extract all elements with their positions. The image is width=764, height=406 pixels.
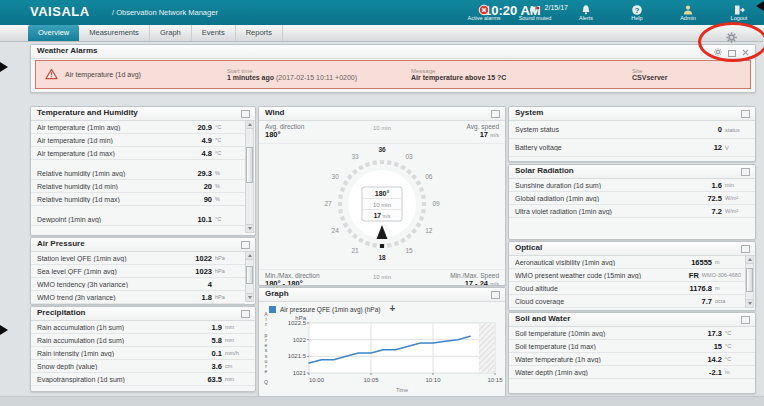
system-rows: System status0statusBattery voltage12V [509, 121, 755, 157]
tabs: Overview Measurements Graph Events Repor… [28, 25, 283, 41]
help-button[interactable]: ? Help [618, 2, 656, 21]
tab-reports[interactable]: Reports [236, 25, 283, 41]
help-label: Help [631, 15, 642, 21]
scroll-down-icon[interactable] [746, 299, 753, 307]
wind-period: 10 min [351, 125, 413, 131]
svg-text:30: 30 [332, 173, 340, 180]
stat-unit: mm [225, 337, 251, 343]
scrollbar[interactable] [745, 255, 754, 308]
alarm-start-time-detail: (2017-02-15 10:11 +0200) [274, 74, 357, 81]
scrollbar[interactable] [245, 120, 254, 233]
stat-value: 10.1 [197, 215, 212, 224]
stat-value: 90 [204, 195, 212, 204]
stat-value: 14.2 [707, 355, 722, 364]
collapse-icon[interactable] [241, 241, 250, 249]
scrollbar[interactable] [245, 251, 254, 302]
stat-unit: WMO-306-4680 [702, 272, 741, 278]
air-pressure-rows: Station level QFE (1min avg)1022hPaSea l… [31, 252, 245, 304]
scroll-thumb[interactable] [246, 147, 253, 183]
active-alarms-button[interactable]: Active alarms [465, 2, 503, 21]
stat-label: Station level QFE (1min avg) [37, 255, 195, 262]
row-spacer [31, 160, 245, 167]
stat-row: WMO trend (3h variance)1.8hPa [31, 291, 245, 304]
bottom-scroll-strip[interactable] [0, 396, 764, 406]
stat-row: Cloud coverage7.7octa [509, 295, 745, 308]
logout-button[interactable]: Logout [720, 2, 758, 21]
wind-compass: 360306091215182124273033180°10 min17 m/s [259, 144, 505, 269]
sound-muted-icon [529, 2, 541, 14]
stat-label: Water depth (1min avg) [515, 369, 709, 376]
row-spacer [31, 206, 245, 213]
scroll-up-icon[interactable] [246, 121, 253, 129]
stat-unit: °C [215, 150, 241, 156]
svg-text:hPa: hPa [295, 315, 306, 321]
collapse-icon[interactable] [741, 168, 750, 176]
scroll-up-icon[interactable] [746, 256, 753, 264]
collapse-icon[interactable] [491, 110, 500, 118]
collapse-icon[interactable] [741, 316, 750, 324]
stat-label: Cloud coverage [515, 298, 702, 305]
precipitation-rows: Rain accumulation (1h sum)1.9mmRain accu… [31, 321, 255, 386]
tab-graph[interactable]: Graph [150, 25, 192, 41]
svg-text:1022: 1022 [293, 337, 307, 343]
minmax-direction-value: 180° - 180° [265, 279, 351, 286]
tab-events[interactable]: Events [192, 25, 236, 41]
wind-panel: Wind Avg. direction180° 10 min Avg. spee… [258, 106, 506, 286]
stat-label: WMO tendency (3h variance) [37, 281, 208, 288]
stat-value: 7.7 [702, 297, 712, 306]
panel-close-icon[interactable] [742, 49, 749, 58]
active-alarms-label: Active alarms [467, 15, 500, 21]
svg-text:10:10: 10:10 [425, 377, 441, 383]
scroll-down-icon[interactable] [246, 224, 253, 232]
app-window: VAISALA / Observation Network Manager 10… [0, 0, 764, 406]
stat-value: 1023 [195, 267, 212, 276]
stat-label: Battery voltage [515, 144, 714, 151]
collapse-icon[interactable] [741, 245, 750, 253]
panel-title: Soil and Water [515, 314, 570, 323]
panel-gear-icon[interactable] [714, 48, 722, 58]
sound-muted-button[interactable]: Sound muted [516, 2, 554, 21]
stat-row: System status0status [509, 121, 755, 139]
admin-button[interactable]: Admin [669, 2, 707, 21]
stat-value: 4.9 [202, 136, 212, 145]
collapse-icon[interactable] [741, 110, 750, 118]
scroll-thumb[interactable] [246, 266, 253, 284]
stat-unit: W/m² [725, 208, 751, 214]
stat-label: Sea level QFF (1min avg) [37, 268, 195, 275]
optical-panel: Optical Aeronautical visibility (1min av… [508, 241, 756, 311]
svg-text:Time: Time [396, 387, 408, 393]
scroll-up-icon[interactable] [246, 252, 253, 260]
scroll-thumb[interactable] [746, 268, 753, 292]
stat-value: 1.9 [212, 323, 222, 332]
svg-text:21: 21 [351, 247, 359, 254]
stat-row: Global radiation (1min avg)72.5W/m² [509, 192, 755, 205]
scroll-down-icon[interactable] [246, 293, 253, 301]
tab-overview[interactable]: Overview [28, 25, 79, 41]
svg-text:24: 24 [332, 227, 340, 234]
stat-label: Air temperature (1d min) [37, 137, 202, 144]
stat-unit: status [725, 127, 751, 133]
stat-label: Relative humidity (1d max) [37, 196, 204, 203]
stat-unit: hPa [215, 294, 241, 300]
minmax-speed-label: Min./Max. Speed [413, 272, 499, 279]
annotation-arrow-left-top [0, 62, 8, 72]
logout-label: Logout [731, 15, 748, 21]
admin-label: Admin [680, 15, 696, 21]
tabbar: Overview Measurements Graph Events Repor… [0, 25, 764, 42]
stat-value: 1.8 [202, 293, 212, 302]
tab-measurements[interactable]: Measurements [79, 25, 150, 41]
svg-text:1021: 1021 [293, 370, 307, 376]
alarm-row[interactable]: Air temperature (1d avg) Start time 1 mi… [35, 60, 751, 89]
add-series-button[interactable]: + [389, 305, 395, 313]
stat-value: 12 [714, 143, 722, 152]
alerts-button[interactable]: Alerts [567, 2, 605, 21]
svg-text:33: 33 [351, 153, 359, 160]
collapse-icon[interactable] [491, 291, 500, 299]
weather-alarms-header-icons [714, 48, 749, 58]
panel-maximize-icon[interactable] [728, 50, 736, 57]
collapse-icon[interactable] [241, 310, 250, 318]
stat-value: 1176.8 [689, 284, 712, 293]
legend-swatch [269, 306, 276, 313]
stat-row: Rain accumulation (1d sum)5.8mm [31, 334, 255, 347]
collapse-icon[interactable] [241, 110, 250, 118]
